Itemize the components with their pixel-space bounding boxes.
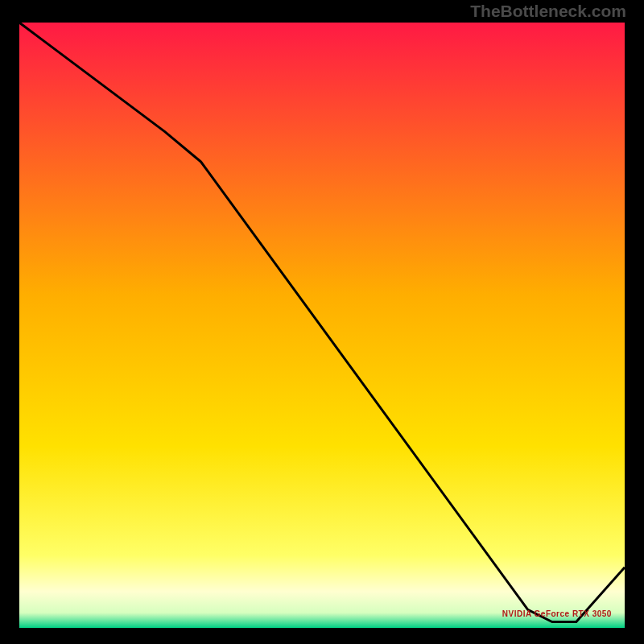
plot-background (19, 23, 625, 628)
chart-container: TheBottleneck.com NVIDIA GeForce RTX 305… (0, 0, 644, 644)
bottleneck-chart (0, 0, 644, 644)
gpu-annotation: NVIDIA GeForce RTX 3050 (502, 609, 612, 618)
